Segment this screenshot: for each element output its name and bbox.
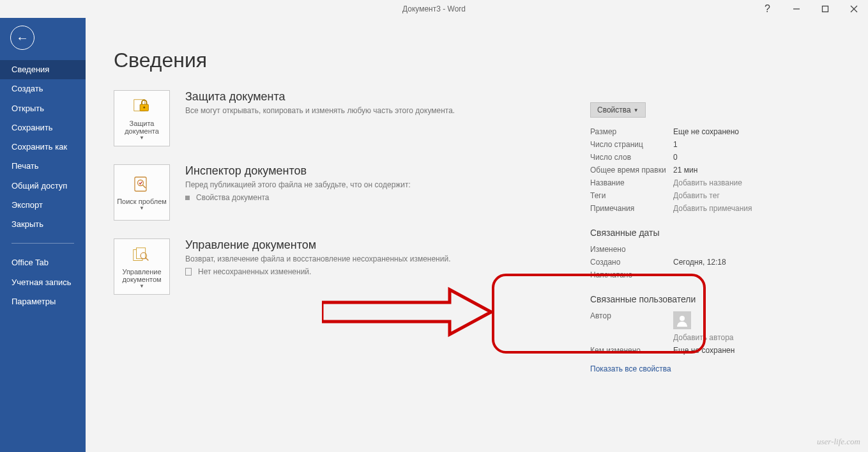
prop-comments-value[interactable]: Добавить примечания xyxy=(673,204,752,213)
svg-line-12 xyxy=(146,257,149,260)
content-area: Сведения Защита документа ▼ Защита докум… xyxy=(86,18,868,452)
avatar-placeholder-icon xyxy=(673,311,691,329)
protect-document-button[interactable]: Защита документа ▼ xyxy=(114,90,170,146)
document-small-icon xyxy=(185,268,192,276)
prop-tags-label: Теги xyxy=(590,191,673,200)
related-people-title: Связанные пользователи xyxy=(590,294,795,304)
prop-edittime-value: 21 мин xyxy=(673,166,697,175)
watermark-text: user-life.com xyxy=(817,437,860,447)
manage-bullet: Нет несохраненных изменений. xyxy=(185,267,492,276)
sidebar-item-info[interactable]: Сведения xyxy=(0,60,86,79)
inspect-title: Инспектор документов xyxy=(185,164,492,178)
backstage-sidebar: ← Сведения Создать Открыть Сохранить Сох… xyxy=(0,18,86,452)
prop-printed-label: Напечатано xyxy=(590,270,673,279)
properties-dropdown[interactable]: Свойства ▼ xyxy=(590,102,646,118)
prop-edittime-label: Общее время правки xyxy=(590,166,673,175)
inspect-icon xyxy=(132,175,152,195)
check-issues-button[interactable]: Поиск проблем ▼ xyxy=(114,164,170,221)
prop-lastmodby-value: Еще не сохранен xyxy=(673,346,735,355)
sidebar-item-account[interactable]: Учетная запись xyxy=(0,273,86,292)
protect-desc: Все могут открывать, копировать и изменя… xyxy=(185,106,492,115)
prop-words-value: 0 xyxy=(673,153,678,162)
arrow-left-icon: ← xyxy=(16,31,29,44)
svg-point-5 xyxy=(143,106,145,108)
prop-author-label: Автор xyxy=(590,311,673,320)
svg-rect-1 xyxy=(822,6,828,12)
chevron-down-icon: ▼ xyxy=(139,283,144,289)
chevron-down-icon: ▼ xyxy=(139,205,144,211)
sidebar-item-saveas[interactable]: Сохранить как xyxy=(0,137,86,157)
chevron-down-icon: ▼ xyxy=(634,107,639,113)
page-title: Сведения xyxy=(114,49,840,72)
inspect-bullet: Свойства документа xyxy=(185,193,492,202)
prop-modified-label: Изменено xyxy=(590,245,673,254)
sidebar-item-close[interactable]: Закрыть xyxy=(0,215,86,234)
minimize-button[interactable] xyxy=(782,0,811,18)
square-bullet-icon xyxy=(185,196,190,200)
prop-title-label: Название xyxy=(590,178,673,187)
prop-size-value: Еще не сохранено xyxy=(673,127,739,136)
tile-label: Управление документом xyxy=(117,268,167,283)
sidebar-item-print[interactable]: Печать xyxy=(0,157,86,176)
help-button[interactable]: ? xyxy=(753,0,782,18)
lock-shield-icon xyxy=(132,97,152,117)
prop-title-value[interactable]: Добавить название xyxy=(673,178,742,187)
sidebar-item-new[interactable]: Создать xyxy=(0,79,86,98)
tile-label: Поиск проблем xyxy=(117,198,167,205)
prop-lastmodby-label: Кем изменено xyxy=(590,346,673,355)
prop-pages-label: Число страниц xyxy=(590,140,673,149)
svg-point-13 xyxy=(680,316,685,321)
inspect-desc: Перед публикацией этого файла не забудьт… xyxy=(185,180,492,189)
sidebar-item-share[interactable]: Общий доступ xyxy=(0,176,86,196)
manage-title: Управление документом xyxy=(185,238,492,252)
prop-size-label: Размер xyxy=(590,127,673,136)
chevron-down-icon: ▼ xyxy=(139,135,144,141)
back-button[interactable]: ← xyxy=(10,26,34,50)
prop-tags-value[interactable]: Добавить тег xyxy=(673,191,720,200)
sidebar-item-save[interactable]: Сохранить xyxy=(0,118,86,137)
related-dates-title: Связанные даты xyxy=(590,228,795,238)
manage-desc: Возврат, извлечение файла и восстановлен… xyxy=(185,254,492,263)
manage-document-button[interactable]: Управление документом ▼ xyxy=(114,238,170,295)
prop-created-label: Создано xyxy=(590,258,673,267)
window-title: Документ3 - Word xyxy=(402,4,466,13)
tile-label: Защита документа xyxy=(117,120,167,135)
prop-pages-value: 1 xyxy=(673,140,678,149)
maximize-button[interactable] xyxy=(811,0,839,18)
versions-icon xyxy=(132,245,152,265)
sidebar-item-options[interactable]: Параметры xyxy=(0,292,86,311)
close-button[interactable] xyxy=(839,0,868,18)
prop-author-value xyxy=(673,311,691,329)
prop-comments-label: Примечания xyxy=(590,204,673,213)
prop-words-label: Число слов xyxy=(590,153,673,162)
add-author-link[interactable]: Добавить автора xyxy=(673,333,734,342)
prop-created-value: Сегодня, 12:18 xyxy=(673,258,726,267)
title-bar: Документ3 - Word ? xyxy=(0,0,868,18)
sidebar-item-export[interactable]: Экспорт xyxy=(0,196,86,215)
show-all-properties-link[interactable]: Показать все свойства xyxy=(590,364,795,373)
sidebar-item-open[interactable]: Открыть xyxy=(0,99,86,118)
protect-title: Защита документа xyxy=(185,90,492,104)
sidebar-item-officetab[interactable]: Office Tab xyxy=(0,253,86,272)
properties-panel: Свойства ▼ РазмерЕще не сохранено Число … xyxy=(590,102,795,373)
